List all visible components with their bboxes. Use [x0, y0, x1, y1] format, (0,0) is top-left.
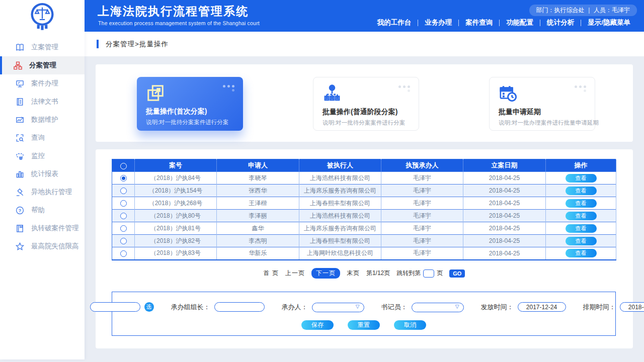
row-radio[interactable]: [120, 225, 127, 232]
group-leader-input[interactable]: [214, 302, 265, 312]
table-row: （2018）沪执83号 华新乐 上海网叶欣信息科技公司 毛泽宇 2018-04-…: [112, 247, 616, 260]
card-description: 说明:对一批待分案案件进行分案: [323, 119, 405, 127]
save-button[interactable]: 保存: [301, 320, 334, 330]
nav-item-business[interactable]: 业务办理: [418, 18, 458, 27]
sidebar-item-monitoring[interactable]: 监控: [0, 147, 85, 165]
row-radio[interactable]: [120, 238, 127, 244]
cancel-button[interactable]: 取消: [394, 320, 426, 330]
row-radio[interactable]: [120, 213, 127, 219]
nav-item-config[interactable]: 功能配置: [500, 18, 540, 27]
cell-applicant: 王泽楷: [217, 197, 299, 210]
external-link-icon: [146, 83, 165, 103]
pagination: 首 页 上一页 下一页 末页 第1/12页 跳转到第 页 GO: [96, 268, 633, 279]
sidebar-item-label: 最高院失信限高: [31, 242, 79, 251]
sidebar-item-case-handling[interactable]: 案件办理: [0, 74, 85, 93]
card-more-menu[interactable]: [575, 85, 587, 93]
cell-applicant: 张西华: [217, 185, 299, 197]
card-title: 批量操作(普通阶段分案): [323, 108, 397, 117]
cell-case-no: （2018）沪执83号: [135, 247, 217, 260]
sidebar-item-label: 执转破案件管理: [31, 224, 79, 233]
sidebar-item-case-assignment[interactable]: 分案管理: [0, 56, 85, 74]
breadcrumb-strip: 分案管理>批量操作: [85, 32, 644, 56]
data-chart-icon: [15, 115, 25, 125]
issue-date-label: 发放时间：: [481, 303, 514, 312]
page-last-link[interactable]: 末页: [347, 269, 360, 278]
clerk-label: 书记员：: [381, 303, 408, 312]
search-icon: [15, 133, 25, 143]
org-chart-icon: [13, 61, 23, 70]
issue-date-input[interactable]: [518, 302, 566, 312]
sidebar-item-help[interactable]: ? 帮助: [0, 201, 85, 219]
document-icon: [15, 97, 25, 107]
flow-tree-icon: [323, 84, 342, 103]
page-next-link[interactable]: 下一页: [311, 268, 340, 279]
monitor-icon: [15, 79, 25, 88]
column-header-case-no: 案号: [135, 159, 217, 172]
row-radio[interactable]: [120, 188, 127, 194]
card-more-menu[interactable]: [398, 85, 411, 93]
undertaker-select[interactable]: [312, 303, 364, 312]
cell-case-no: （2018）沪执80号: [135, 210, 217, 222]
card-more-menu[interactable]: [223, 85, 235, 92]
sidebar-item-bankruptcy-cases[interactable]: 执转破案件管理: [0, 219, 85, 237]
nav-item-statistics[interactable]: 统计分析: [540, 18, 581, 27]
view-button[interactable]: 查看: [566, 174, 597, 183]
table-row: （2018）沪执82号 李杰明 上海春熙丰型有限公司 毛泽宇 2018-04-2…: [112, 235, 616, 247]
row-radio[interactable]: [120, 200, 127, 207]
group-input[interactable]: [90, 302, 140, 312]
cell-undertaker: 毛泽宇: [381, 185, 463, 197]
select-group-button[interactable]: 选: [144, 302, 154, 312]
breadcrumb: 分案管理>批量操作: [106, 40, 169, 49]
select-all-radio[interactable]: [120, 163, 127, 169]
app-header: 上海法院执行流程管理系统 The execution process manag…: [85, 0, 644, 32]
page-first-link[interactable]: 首 页: [264, 269, 279, 278]
jump-label-prefix: 跳转到第: [396, 269, 421, 278]
schedule-date-input[interactable]: [620, 302, 644, 312]
sidebar-item-case-filing[interactable]: 立案管理: [0, 38, 85, 56]
reset-button[interactable]: 重置: [348, 320, 380, 330]
row-radio[interactable]: [120, 250, 127, 257]
jump-page-input[interactable]: [423, 269, 434, 278]
gavel-icon: [15, 188, 25, 197]
card-description: 说明:对一批待分案案件进行分案: [146, 119, 228, 126]
view-button[interactable]: 查看: [566, 249, 597, 257]
cell-undertaker: 毛泽宇: [381, 172, 463, 185]
undertaker-label: 承办人：: [282, 303, 308, 312]
sidebar-item-statistical-reports[interactable]: 统计报表: [0, 165, 85, 183]
top-nav: 我的工作台 业务办理 案件查询 功能配置 统计分析 显示/隐藏菜单: [371, 18, 637, 27]
card-batch-first-assignment[interactable]: 批量操作(首次分案) 说明:对一批待分案案件进行分案: [137, 77, 243, 131]
go-button[interactable]: GO: [449, 269, 465, 278]
view-button[interactable]: 查看: [566, 237, 597, 245]
view-button[interactable]: 查看: [566, 224, 597, 233]
table-row: （2018）沪执268号 王泽楷 上海春熙丰型有限公司 毛泽宇 2018-04-…: [112, 197, 616, 210]
row-radio[interactable]: [120, 175, 127, 182]
cell-applicant: 鑫华: [217, 222, 299, 235]
cell-case-no: （2018）沪执268号: [135, 197, 217, 210]
table-header-row: 案号 申请人 被执行人 执预承办人 立案日期 操作: [112, 159, 616, 172]
sidebar-item-data-maintenance[interactable]: 数据维护: [0, 111, 85, 129]
assignment-form: 承办组： 选 承办组组长： 承办人： ▽ 书记员： ▽ 发放时间： 排期时间：: [112, 292, 616, 336]
sidebar-item-supreme-court-blacklist[interactable]: 最高院失信限高: [0, 237, 85, 255]
card-title: 批量操作(首次分案): [146, 107, 207, 116]
view-button[interactable]: 查看: [566, 187, 597, 195]
card-batch-stage-assignment[interactable]: 批量操作(普通阶段分案) 说明:对一批待分案案件进行分案: [313, 77, 419, 131]
nav-item-workbench[interactable]: 我的工作台: [371, 18, 418, 27]
view-button[interactable]: 查看: [566, 199, 597, 208]
sidebar-item-legal-documents[interactable]: 法律文书: [0, 93, 85, 111]
nav-item-case-query[interactable]: 案件查询: [459, 18, 499, 27]
svg-text:?: ?: [19, 207, 22, 213]
table-row: （2018）沪执154号 张西华 上海席乐服务咨询有限公司 毛泽宇 2018-0…: [112, 185, 616, 197]
case-table: 案号 申请人 被执行人 执预承办人 立案日期 操作 （2018）沪执84号 李晓…: [112, 159, 616, 260]
sidebar-item-remote-execution[interactable]: 异地执行管理: [0, 183, 85, 201]
card-batch-extension-request[interactable]: 批量申请延期 说明:对一批办理案件进行批量申请延期: [489, 77, 595, 131]
clerk-select[interactable]: [412, 303, 464, 312]
nav-item-toggle-menu[interactable]: 显示/隐藏菜单: [581, 18, 637, 27]
page-prev-link[interactable]: 上一页: [285, 269, 305, 278]
cell-case-no: （2018）沪执84号: [135, 172, 217, 185]
column-header-respondent: 被执行人: [299, 159, 381, 172]
cell-filing-date: 2018-04-25: [463, 185, 546, 197]
cell-respondent: 上海浩然科技有限公司: [299, 210, 381, 222]
view-button[interactable]: 查看: [566, 212, 597, 220]
sidebar-item-query[interactable]: 查询: [0, 129, 85, 147]
card-description: 说明:对一批办理案件进行批量申请延期: [499, 119, 599, 127]
